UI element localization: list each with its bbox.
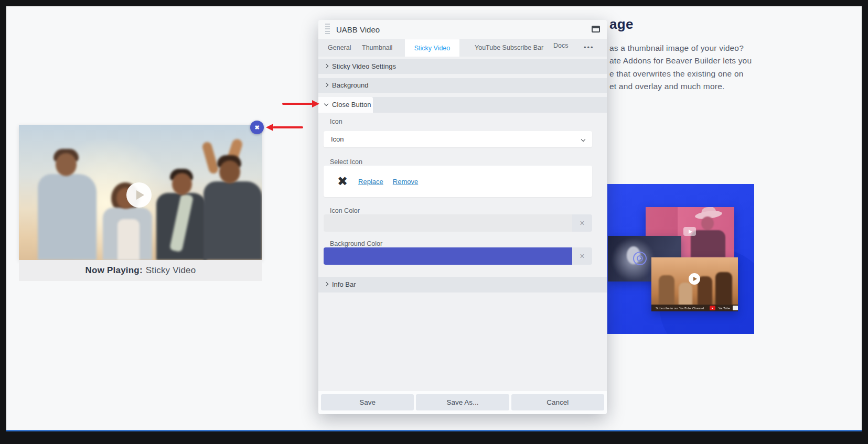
photo-figure	[117, 219, 140, 260]
photo-figure	[659, 275, 674, 306]
subscribe-bar-text: Subscribe to our YouTube Channel	[656, 307, 704, 310]
panel-title: UABB Video	[336, 20, 380, 39]
photo-figure	[701, 216, 714, 230]
now-playing-label: Now Playing:	[85, 265, 143, 276]
icon-select[interactable]: Icon	[324, 131, 592, 147]
photo-figure	[679, 283, 692, 306]
now-playing-bar: Now Playing: Sticky Video	[19, 260, 262, 281]
icon-color-field[interactable]: ×	[324, 214, 592, 232]
sticky-video-module: Now Playing: Sticky Video	[19, 125, 262, 260]
section-label: Info Bar	[332, 277, 356, 293]
chevron-right-icon	[324, 282, 328, 286]
icon-color-swatch[interactable]	[324, 214, 572, 232]
screenshot-frame: Now Playing: Sticky Video ✖ UABB Video G…	[0, 0, 868, 444]
chevron-right-icon	[324, 64, 328, 68]
photo-figure	[38, 174, 97, 260]
youtube-subscribe-bar: Subscribe to our YouTube Channel YouTube	[651, 305, 738, 311]
drag-handle-icon[interactable]	[325, 24, 330, 36]
clear-icon: ×	[580, 252, 584, 261]
save-button[interactable]: Save	[321, 394, 414, 410]
arrow-shaft	[273, 126, 303, 128]
arrow-head-icon	[266, 124, 273, 131]
play-icon	[136, 190, 144, 200]
article-line: as a thumbnail image of your video?	[609, 42, 752, 55]
article-line: e that overwrites the existing one on	[609, 68, 752, 80]
tab-thumbnail[interactable]: Thumbnail	[362, 39, 392, 57]
subscribe-button	[733, 306, 738, 310]
tab-sticky-video-label: Sticky Video	[414, 45, 451, 52]
background-color-swatch[interactable]	[324, 247, 572, 265]
icon-select-value: Icon	[331, 135, 582, 143]
cancel-button[interactable]: Cancel	[511, 394, 604, 410]
page-canvas: Now Playing: Sticky Video ✖ UABB Video G…	[6, 6, 862, 431]
article-heading-fragment: age	[609, 16, 634, 33]
select-icon-label: Select Icon	[330, 158, 362, 166]
background-color-field[interactable]: ×	[324, 247, 592, 265]
section-label: Background	[332, 78, 368, 93]
photo-figure	[172, 173, 192, 195]
panel-header: UABB Video	[318, 20, 607, 39]
photo-figure	[203, 181, 262, 260]
clear-icon: ×	[580, 219, 584, 228]
overflow-menu-icon[interactable]: •••	[584, 39, 594, 56]
video-close-button[interactable]: ✖	[250, 121, 264, 134]
youtube-logo-icon	[710, 306, 715, 310]
now-playing-value: Sticky Video	[146, 265, 196, 276]
chevron-down-icon	[581, 137, 585, 141]
close-icon: ✖	[254, 124, 259, 131]
article-paragraph: as a thumbnail image of your video? ate …	[609, 42, 752, 93]
section-info-bar[interactable]: Info Bar	[318, 277, 607, 293]
tab-docs[interactable]: Docs	[553, 37, 568, 55]
youtube-logo-text: YouTube	[719, 307, 730, 310]
save-as-button[interactable]: Save As...	[416, 394, 509, 410]
tab-general[interactable]: General	[328, 39, 351, 57]
section-close-button[interactable]: Close Button	[318, 97, 373, 113]
promo-illustration: Subscribe to our YouTube Channel YouTube	[607, 184, 754, 334]
article-line: et and overlay and much more.	[609, 80, 752, 93]
remove-icon-link[interactable]: Remove	[393, 178, 418, 186]
ring-play-icon	[633, 252, 647, 265]
arrow-head-icon	[312, 100, 319, 107]
photo-figure	[201, 141, 219, 175]
section-sticky-video-settings[interactable]: Sticky Video Settings	[318, 59, 607, 74]
background-color-label: Background Color	[330, 240, 382, 247]
tab-youtube-subscribe-bar[interactable]: YouTube Subscribe Bar	[475, 39, 543, 57]
section-label: Close Button	[332, 97, 371, 113]
video-thumbnail-photo	[19, 125, 262, 260]
uabb-video-settings-panel: UABB Video General Thumbnail Sticky Vide…	[318, 20, 607, 414]
replace-icon-link[interactable]: Replace	[358, 178, 383, 186]
panel-footer: Save Save As... Cancel	[318, 391, 607, 414]
icon-color-label: Icon Color	[330, 207, 360, 214]
clear-color-button[interactable]: ×	[572, 247, 592, 265]
section-background[interactable]: Background	[318, 78, 607, 93]
icon-field-label: Icon	[330, 118, 342, 125]
arrow-shaft	[282, 103, 313, 105]
photo-figure	[219, 160, 240, 183]
times-icon: ✖	[337, 174, 348, 189]
panel-tab-bar: General Thumbnail Sticky Video YouTube S…	[318, 39, 607, 57]
promo-thumbnail-group: Subscribe to our YouTube Channel YouTube	[651, 257, 738, 311]
play-button[interactable]	[126, 182, 152, 208]
photo-figure	[56, 153, 77, 176]
section-label: Sticky Video Settings	[332, 59, 396, 74]
selected-icon-preview: ✖ Replace Remove	[324, 166, 592, 197]
article-line: ate Addons for Beaver Builder lets you	[609, 55, 752, 67]
clear-color-button[interactable]: ×	[572, 214, 592, 232]
chevron-down-icon	[324, 102, 328, 106]
photo-figure	[715, 272, 732, 306]
responsive-preview-icon[interactable]	[592, 26, 600, 33]
chevron-right-icon	[324, 83, 328, 87]
youtube-play-icon	[683, 227, 696, 236]
play-icon	[689, 273, 700, 285]
tab-sticky-video[interactable]: Sticky Video	[405, 39, 459, 57]
